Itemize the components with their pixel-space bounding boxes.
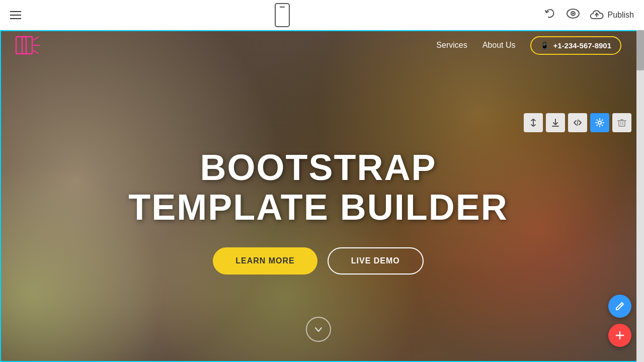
selection-border-top [0,30,636,31]
code-icon [573,118,582,127]
publish-button[interactable]: Publish [590,10,634,21]
site-logo[interactable] [15,33,40,58]
selection-border-left [0,30,1,362]
plus-icon [615,330,625,340]
download-icon [551,118,560,127]
fab-add-button[interactable] [608,324,631,347]
svg-point-2 [572,13,574,15]
scroll-down-button[interactable] [306,317,331,342]
hero-title-line2: TEMPLATE BUILDER [128,187,508,227]
nav-about-us[interactable]: About Us [482,41,516,50]
svg-point-10 [598,121,601,124]
mobile-preview-button[interactable] [275,3,290,27]
nav-phone-button[interactable]: 📱 +1-234-567-8901 [530,36,621,55]
main-content: Services About Us 📱 +1-234-567-8901 BOOT… [0,30,644,362]
settings-block-button[interactable] [590,113,609,132]
svg-rect-11 [619,121,625,126]
hero-section: Services About Us 📱 +1-234-567-8901 BOOT… [0,30,636,362]
svg-rect-3 [16,37,26,54]
publish-label: Publish [608,11,634,20]
svg-line-9 [577,120,578,126]
toolbar-left [10,11,21,19]
website-preview: Services About Us 📱 +1-234-567-8901 BOOT… [0,30,636,362]
pencil-icon [615,301,625,311]
block-toolbar [524,113,631,132]
preview-button[interactable] [567,9,580,21]
svg-rect-4 [22,37,32,54]
move-block-button[interactable] [524,113,543,132]
fab-edit-button[interactable] [608,295,631,318]
live-demo-button[interactable]: LIVE DEMO [328,247,424,275]
hero-title: BOOTSTRAP TEMPLATE BUILDER [128,148,508,227]
nav-phone-number: +1-234-567-8901 [553,41,611,50]
toolbar-right: Publish [543,7,634,23]
nav-links: Services About Us 📱 +1-234-567-8901 [436,36,621,55]
hero-content: BOOTSTRAP TEMPLATE BUILDER LEARN MORE LI… [128,118,508,275]
logo-icon [15,33,40,58]
nav-services[interactable]: Services [436,41,467,50]
gear-icon [595,118,604,127]
trash-icon [617,118,626,127]
hero-buttons: LEARN MORE LIVE DEMO [128,247,508,275]
hero-title-line1: BOOTSTRAP [200,147,436,188]
svg-line-7 [33,50,39,54]
cloud-icon [590,10,604,21]
toolbar-center [275,3,290,27]
svg-line-14 [620,304,622,306]
code-block-button[interactable] [568,113,587,132]
site-navigation: Services About Us 📱 +1-234-567-8901 [0,30,636,60]
menu-button[interactable] [10,11,21,19]
main-toolbar: Publish [0,0,644,30]
phone-icon: 📱 [540,41,549,49]
download-block-button[interactable] [546,113,565,132]
fab-container [608,295,631,347]
svg-line-5 [33,37,39,40]
undo-button[interactable] [543,7,556,23]
delete-block-button[interactable] [612,113,631,132]
learn-more-button[interactable]: LEARN MORE [213,247,317,275]
chevron-down-icon [314,325,323,334]
move-icon [529,118,538,127]
